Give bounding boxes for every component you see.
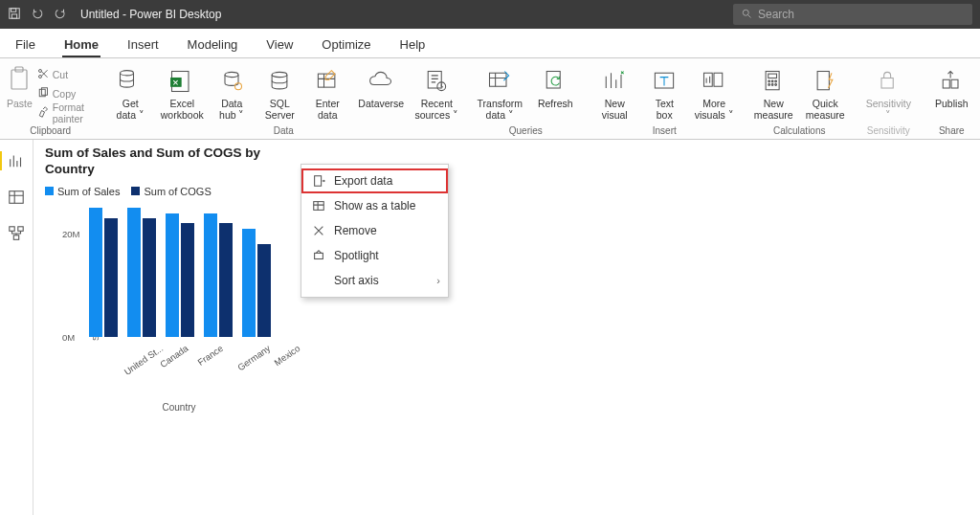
group-insert: New visual Text box More visuals ˅ Inser… [585,62,744,139]
copy-button[interactable]: Copy [37,85,96,102]
svg-rect-19 [490,73,507,86]
tab-help[interactable]: Help [389,32,437,57]
svg-rect-34 [944,79,950,88]
group-calculations: New measure Quick measure Calculations [744,62,855,139]
window-title: Untitled - Power BI Desktop [80,8,221,21]
scissors-icon [37,68,49,81]
chart-title: Sum of Sales and Sum of COGS by Country [45,146,313,178]
bar [204,213,217,337]
menu-sort-axis[interactable]: Sort axis› [301,268,448,293]
svg-rect-4 [11,70,27,89]
bar-group [127,208,156,337]
clipboard-icon [8,66,31,96]
y-tick: 0M [62,331,75,342]
recent-icon [420,66,453,97]
excel-workbook-button[interactable]: Excel workbook [158,62,206,121]
bar-group [204,213,233,337]
transform-icon [483,66,516,97]
search-icon [741,8,752,22]
paste-button[interactable]: Paste [6,62,33,109]
new-visual-button[interactable]: New visual [590,62,638,121]
svg-rect-41 [314,202,324,211]
svg-point-6 [38,76,41,78]
publish-icon [935,66,968,97]
menu-spotlight[interactable]: Spotlight [301,243,448,268]
transform-data-button[interactable]: Transform data ˅ [472,62,527,121]
chart-plot: Sum of Sales and Sum ... 20M0M United St… [51,203,309,366]
svg-rect-42 [315,253,323,258]
tab-modeling[interactable]: Modeling [176,32,250,57]
group-data: Get data ˅ Excel workbook Data hub ˅ SQL… [100,62,466,139]
legend-swatch-2 [131,187,140,195]
x-axis-label: Country [45,402,313,413]
refresh-icon [539,66,571,97]
svg-rect-2 [11,13,16,17]
group-sensitivity: Sensitivity ˅ Sensitivity [855,62,922,139]
tab-home[interactable]: Home [53,32,110,57]
tab-file[interactable]: File [4,32,47,57]
dataverse-icon [365,66,397,97]
data-view-button[interactable] [5,186,28,209]
dataverse-button[interactable]: Dataverse [353,62,409,110]
chart-icon [598,66,631,97]
refresh-button[interactable]: Refresh [531,62,579,110]
group-queries: Transform data ˅ Refresh Queries [466,62,585,139]
svg-rect-32 [817,72,829,90]
search-input[interactable] [758,8,965,21]
ribbon-tabs: File Home Insert Modeling View Optimize … [0,29,980,57]
report-canvas[interactable]: Sum of Sales and Sum of COGS by Country … [33,140,980,515]
recent-sources-button[interactable]: Recent sources ˅ [412,62,460,121]
group-clipboard: Paste Cut Copy Format painter Clipboard [0,62,100,139]
enter-data-icon [311,66,344,97]
new-measure-button[interactable]: New measure [749,62,797,121]
legend-swatch-1 [45,187,54,195]
publish-button[interactable]: Publish [927,62,975,110]
svg-rect-38 [18,227,23,232]
bar [219,223,233,336]
search-box[interactable] [733,4,972,25]
enter-data-button[interactable]: Enter data [305,62,349,121]
data-hub-icon [215,66,248,97]
chart-legend: Sum of Sales Sum of COGS [45,186,313,197]
redo-icon[interactable] [54,7,67,23]
format-painter-button[interactable]: Format painter [37,104,96,122]
svg-rect-36 [10,191,23,204]
tab-optimize[interactable]: Optimize [310,32,382,57]
report-view-button[interactable] [5,149,28,172]
sensitivity-button[interactable]: Sensitivity ˅ [860,62,916,121]
save-icon[interactable] [8,7,21,23]
calculator-icon [757,66,790,97]
brush-icon [37,106,49,120]
sql-server-button[interactable]: SQL Server [257,62,301,121]
get-data-button[interactable]: Get data ˅ [106,62,154,121]
bar [166,213,179,337]
more-visuals-button[interactable]: More visuals ˅ [690,62,738,121]
export-icon [311,173,326,189]
quick-measure-icon [809,66,841,97]
tab-insert[interactable]: Insert [116,32,170,57]
chart-visual[interactable]: Sum of Sales and Sum of COGS by Country … [45,146,313,413]
svg-point-28 [775,80,777,82]
more-visuals-icon [698,66,730,97]
x-tick: Germany [235,343,272,372]
menu-remove[interactable]: Remove [301,218,448,243]
undo-icon[interactable] [31,7,44,23]
table-icon [311,198,326,213]
bar-group [166,213,194,337]
database-icon [114,66,146,97]
quick-measure-button[interactable]: Quick measure [801,62,849,121]
text-box-button[interactable]: Text box [642,62,686,121]
menu-export-data[interactable]: Export data [301,168,448,193]
menu-show-as-table[interactable]: Show as a table [301,193,448,218]
cut-button[interactable]: Cut [37,66,96,83]
svg-point-29 [768,84,770,86]
blank-icon [311,273,326,288]
x-tick: France [195,343,225,368]
data-hub-button[interactable]: Data hub ˅ [210,62,254,121]
remove-icon [311,223,326,238]
tab-view[interactable]: View [255,32,304,57]
ribbon: Paste Cut Copy Format painter Clipboard … [0,57,980,140]
bar-group [242,229,271,337]
model-view-button[interactable] [5,222,28,245]
bar [104,218,118,337]
